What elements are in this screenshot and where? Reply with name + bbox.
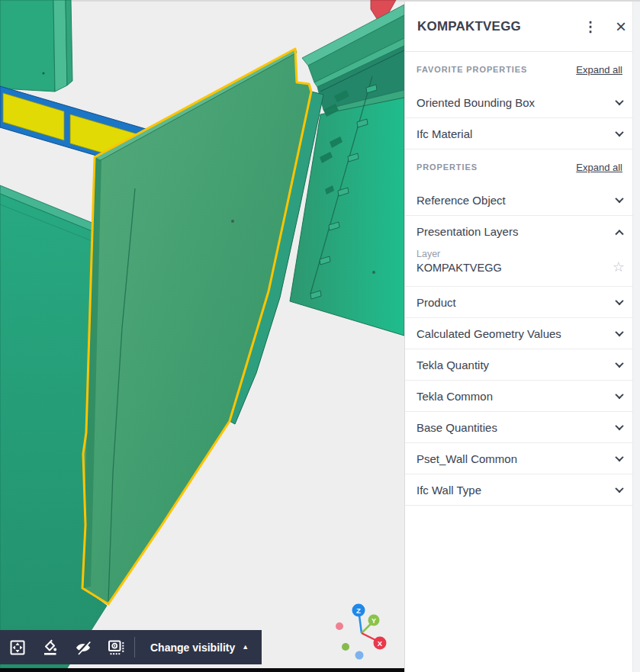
axis-neg-x-dot[interactable] (336, 622, 343, 630)
group-header-properties: PROPERTIESExpand all (405, 150, 640, 185)
svg-text:Y: Y (371, 617, 376, 625)
favorite-star-icon[interactable]: ☆ (613, 260, 625, 274)
section-label: Pset_Wall Common (416, 452, 517, 465)
change-visibility-button[interactable]: Change visibility ▲ (137, 630, 261, 664)
section-box-button[interactable] (99, 630, 132, 664)
expand-all-link[interactable]: Expand all (576, 162, 622, 173)
chevron-down-icon (615, 484, 623, 493)
section-reference-object[interactable]: Reference Object (405, 185, 640, 216)
chevron-down-icon (615, 297, 623, 305)
section-label: Reference Object (416, 194, 506, 207)
section-label: Ifc Material (416, 127, 472, 140)
section-label: Presentation Layers (416, 225, 518, 238)
chevron-down-icon (615, 128, 623, 137)
app-window: Y Z X (0, 0, 640, 672)
svg-text:Z: Z (356, 606, 361, 615)
viewport-toolbar: Change visibility ▲ (0, 630, 262, 664)
group-label: PROPERTIES (416, 162, 478, 172)
section-oriented-bounding-box[interactable]: Oriented Bounding Box (405, 87, 640, 118)
chevron-down-icon (615, 453, 623, 461)
properties-panel: KOMPAKTVEGG ⋮ × FAVORITE PROPERTIESExpan… (404, 0, 640, 672)
fit-to-view-button[interactable] (1, 630, 34, 664)
section-pset-wall-common[interactable]: Pset_Wall Common (405, 443, 640, 474)
axis-neg-y-dot[interactable] (342, 643, 349, 651)
section-calculated-geometry-values[interactable]: Calculated Geometry Values (405, 318, 640, 349)
expand-all-link[interactable]: Expand all (576, 64, 622, 76)
chevron-down-icon (615, 391, 623, 399)
section-tekla-common[interactable]: Tekla Common (405, 381, 640, 412)
section-label: Base Quantities (416, 421, 497, 434)
section-fields: LayerKOMPAKTVEGG☆ (405, 247, 640, 287)
more-options-button[interactable]: ⋮ (579, 17, 602, 37)
paint-fill-visibility-button[interactable] (34, 630, 66, 664)
chevron-down-icon (615, 195, 623, 203)
section-label: Tekla Common (416, 390, 493, 403)
chevron-down-icon (615, 359, 623, 368)
section-label: Tekla Quantity (416, 359, 489, 371)
section-label: Oriented Bounding Box (416, 96, 535, 109)
chevron-down-icon (615, 422, 623, 430)
axis-z-button[interactable]: Z (352, 604, 365, 617)
paint-bucket-icon (41, 638, 59, 657)
section-label: Calculated Geometry Values (416, 327, 561, 340)
axis-y-button[interactable]: Y (368, 615, 380, 626)
section-tekla-quantity[interactable]: Tekla Quantity (405, 349, 640, 381)
section-label: Product (416, 296, 456, 309)
scrollbar[interactable] (632, 2, 640, 672)
panel-header: KOMPAKTVEGG ⋮ × (405, 2, 640, 52)
section-product[interactable]: Product (405, 287, 640, 318)
eye-off-icon (74, 638, 92, 657)
section-box-icon (107, 638, 125, 657)
toolbar-divider (134, 637, 135, 658)
fit-to-view-icon (8, 638, 27, 657)
section-ifc-material[interactable]: Ifc Material (405, 118, 640, 150)
top-left-panel[interactable] (0, 0, 72, 92)
chevron-down-icon (615, 97, 623, 105)
section-label: Ifc Wall Type (416, 484, 481, 497)
chevron-up-icon (615, 230, 623, 238)
field-layer: LayerKOMPAKTVEGG☆ (416, 249, 622, 274)
close-button[interactable]: × (611, 17, 631, 37)
svg-text:X: X (378, 639, 383, 648)
section-base-quantities[interactable]: Base Quantities (405, 412, 640, 443)
chevron-down-icon (615, 328, 623, 336)
panel-body: FAVORITE PROPERTIESExpand allOriented Bo… (405, 52, 640, 506)
model-viewport[interactable]: Y Z X (0, 0, 404, 672)
section-ifc-wall-type[interactable]: Ifc Wall Type (405, 474, 640, 506)
viewport-bottom-bar (0, 668, 404, 672)
change-visibility-label: Change visibility (150, 641, 235, 654)
panel-title: KOMPAKTVEGG (417, 19, 579, 34)
group-label: FAVORITE PROPERTIES (416, 65, 527, 74)
collapse-arrow-icon: ▲ (242, 644, 249, 651)
group-header-favorite-properties: FAVORITE PROPERTIESExpand all (405, 52, 640, 87)
field-value: KOMPAKTVEGG (416, 262, 622, 274)
section-presentation-layers[interactable]: Presentation Layers (405, 216, 640, 247)
field-label: Layer (416, 249, 622, 259)
axis-x-button[interactable]: X (374, 637, 387, 650)
hide-objects-button[interactable] (66, 630, 99, 664)
axis-neg-z-dot[interactable] (355, 651, 364, 660)
